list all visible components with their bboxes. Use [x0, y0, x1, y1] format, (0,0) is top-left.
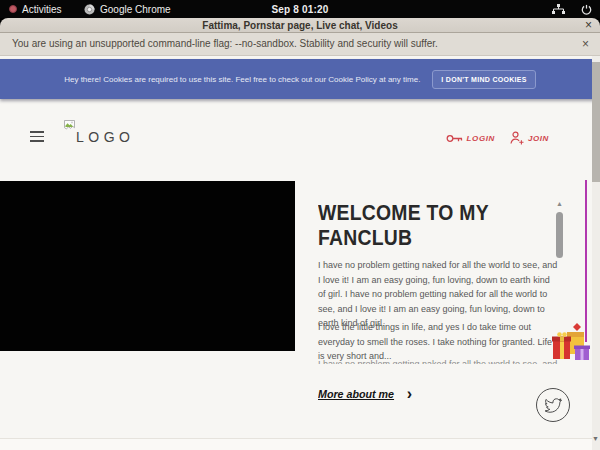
more-about-me-link[interactable]: More about me ›	[318, 388, 412, 400]
cookie-message: Hey there! Cookies are required to use t…	[64, 75, 420, 84]
system-top-bar: Activities Google Chrome Sep 8 01:20	[0, 0, 600, 18]
login-label: LOGIN	[467, 134, 495, 143]
clock[interactable]: Sep 8 01:20	[0, 0, 600, 18]
site-logo[interactable]: LOGO	[64, 118, 75, 136]
gift-string-decoration	[585, 180, 587, 342]
screen: Activities Google Chrome Sep 8 01:20	[0, 0, 600, 450]
sandbox-warning-bar: You are using an unsupported command-lin…	[0, 33, 600, 56]
page-scrollbar-thumb[interactable]	[592, 62, 600, 182]
system-tray[interactable]	[552, 0, 592, 18]
bio-scrollbar-thumb[interactable]	[556, 212, 563, 258]
bio-scroll-up-icon[interactable]: ▲	[556, 200, 563, 207]
chevron-right-icon: ›	[407, 389, 412, 399]
broken-image-icon	[64, 120, 75, 132]
logo-label: LOGO	[76, 129, 134, 145]
join-label: JOIN	[528, 134, 549, 143]
page-scroll-down-icon[interactable]: ▼	[592, 435, 599, 442]
twitter-button[interactable]	[536, 388, 570, 422]
warning-close-icon[interactable]: ×	[582, 33, 589, 55]
window-title: Fattima, Pornstar page, Live chat, Video…	[0, 18, 600, 33]
window-close-icon[interactable]: ×	[585, 18, 592, 32]
warning-message: You are using an unsupported command-lin…	[12, 33, 438, 55]
network-icon	[552, 4, 565, 15]
more-about-me-label: More about me	[318, 388, 394, 400]
key-icon	[446, 133, 463, 144]
login-button[interactable]: LOGIN	[446, 133, 495, 144]
join-button[interactable]: JOIN	[510, 131, 549, 145]
power-icon	[581, 4, 592, 15]
about-paragraph-clipped: I have no problem getting naked for all …	[318, 357, 558, 364]
menu-icon[interactable]	[30, 131, 44, 142]
auth-links: LOGIN JOIN	[446, 131, 549, 145]
gifts-icon[interactable]	[552, 320, 594, 370]
accept-cookies-button[interactable]: I DON'T MIND COOKIES	[432, 70, 535, 89]
clock-label: Sep 8 01:20	[271, 4, 328, 15]
cookie-banner: Hey there! Cookies are required to use t…	[0, 59, 600, 99]
window-titlebar[interactable]: Fattima, Pornstar page, Live chat, Video…	[0, 18, 600, 33]
twitter-icon	[545, 398, 562, 413]
footer-edge	[0, 438, 592, 450]
user-plus-icon	[510, 131, 524, 145]
video-player[interactable]	[0, 181, 295, 351]
about-heading: WELCOME TO MY FANCLUB	[318, 201, 494, 250]
